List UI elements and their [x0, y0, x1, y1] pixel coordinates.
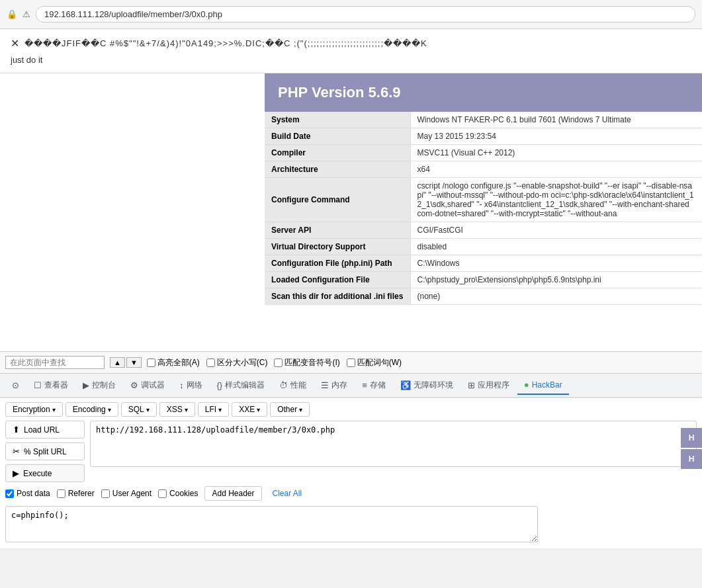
lfi-label: LFI — [205, 405, 216, 414]
post-data-option[interactable]: Post data — [5, 489, 50, 498]
url-text: 192.168.111.128/uploadfile/member/3/0x0.… — [44, 9, 222, 19]
load-url-icon: ⬆ — [13, 425, 20, 435]
security-icon: 🔒 — [7, 9, 17, 19]
devtools-tab-inspector[interactable]: ☐ 查看器 — [27, 376, 75, 395]
devtools-tab-console[interactable]: ▶ 控制台 — [76, 376, 122, 395]
encryption-menu[interactable]: Encryption ▾ — [5, 402, 63, 417]
close-icon[interactable]: ✕ — [11, 37, 19, 50]
cookies-label: Cookies — [169, 489, 198, 498]
page-content-header: ✕ ����JFIF��C #%$""!&+7/&)4)!"0A149;>>>%… — [0, 29, 702, 73]
lfi-arrow-icon: ▾ — [218, 406, 222, 413]
hackbar-dot-icon: ● — [524, 380, 529, 390]
hackbar-menu-row: Encryption ▾ Encoding ▾ SQL ▾ XSS ▾ LFI … — [5, 402, 697, 417]
lfi-menu[interactable]: LFI ▾ — [198, 402, 229, 417]
highlight-all-checkbox[interactable] — [147, 358, 155, 367]
hackbar-body-area — [5, 506, 697, 544]
hackbar-wrapper: Encryption ▾ Encoding ▾ SQL ▾ XSS ▾ LFI … — [0, 398, 702, 548]
user-agent-option[interactable]: User Agent — [101, 489, 152, 498]
performance-icon: ⏱ — [279, 380, 288, 390]
post-data-label: Post data — [17, 489, 50, 498]
encoding-menu[interactable]: Encoding ▾ — [66, 402, 118, 417]
referer-label: Referer — [68, 489, 95, 498]
referer-option[interactable]: Referer — [57, 489, 95, 498]
table-cell-key: Virtual Directory Support — [265, 239, 410, 255]
encoding-arrow-icon: ▾ — [108, 406, 111, 413]
add-header-button[interactable]: Add Header — [204, 486, 261, 501]
find-prev-button[interactable]: ▲ — [110, 357, 125, 368]
devtools-tab-debugger[interactable]: ⚙ 调试器 — [124, 376, 171, 395]
user-agent-label: User Agent — [112, 489, 152, 498]
pointer-icon: ⊙ — [12, 380, 19, 390]
side-h-button-1[interactable]: H — [681, 428, 702, 448]
other-menu[interactable]: Other ▾ — [270, 402, 310, 417]
devtools-tab-style-editor[interactable]: {} 样式编辑器 — [210, 376, 272, 395]
whole-words-option[interactable]: 匹配词句(W) — [347, 357, 402, 368]
split-url-label: % Split URL — [24, 447, 67, 456]
devtools-tab-hackbar[interactable]: ● HackBar — [517, 376, 569, 395]
hackbar-main-row: ⬆ Load URL ✂ % Split URL ▶ Execute — [5, 421, 697, 482]
find-next-button[interactable]: ▼ — [126, 357, 142, 368]
table-row: Configuration File (php.ini) PathC:\Wind… — [265, 255, 702, 272]
case-sensitive-option[interactable]: 区分大小写(C) — [206, 357, 268, 368]
execute-label: Execute — [23, 469, 52, 478]
table-cell-key: System — [265, 112, 410, 128]
match-diacritics-option[interactable]: 匹配变音符号(I) — [274, 357, 339, 368]
case-sensitive-checkbox[interactable] — [206, 358, 215, 367]
table-cell-value: x64 — [410, 161, 702, 178]
accessibility-icon: ♿ — [400, 380, 411, 390]
devtools-tab-network[interactable]: ↕ 网络 — [173, 376, 209, 395]
find-navigation: ▲ ▼ — [110, 357, 142, 368]
page-subtitle: just do it — [11, 52, 691, 67]
table-cell-value: cscript /nologo configure.js "--enable-s… — [410, 178, 702, 222]
table-row: Configure Commandcscript /nologo configu… — [265, 178, 702, 222]
hackbar-url-area — [90, 421, 697, 482]
whole-words-checkbox[interactable] — [347, 358, 355, 367]
table-cell-key: Configuration File (php.ini) Path — [265, 255, 410, 272]
table-row: Server APICGI/FastCGI — [265, 222, 702, 239]
url-bar[interactable]: 192.168.111.128/uploadfile/member/3/0x0.… — [36, 6, 695, 22]
table-cell-key: Architecture — [265, 161, 410, 178]
cookies-option[interactable]: Cookies — [158, 489, 198, 498]
side-buttons: H H — [681, 428, 702, 469]
find-input[interactable] — [5, 356, 105, 369]
table-row: SystemWindows NT FAKER-PC 6.1 build 7601… — [265, 112, 702, 128]
hackbar-url-input[interactable] — [90, 421, 697, 467]
hackbar-action-buttons: ⬆ Load URL ✂ % Split URL ▶ Execute — [5, 421, 85, 482]
appmanager-icon: ⊞ — [468, 380, 475, 390]
user-agent-checkbox[interactable] — [101, 489, 110, 498]
side-h-button-2[interactable]: H — [681, 449, 702, 469]
execute-button[interactable]: ▶ Execute — [5, 464, 85, 482]
table-row: Scan this dir for additional .ini files(… — [265, 288, 702, 305]
clear-all-button[interactable]: Clear All — [269, 487, 306, 500]
network-icon: ↕ — [179, 380, 184, 390]
devtools-tab-memory[interactable]: ☰ 内存 — [314, 376, 354, 395]
table-cell-value: May 13 2015 19:23:54 — [410, 128, 702, 145]
split-url-icon: ✂ — [13, 446, 20, 456]
load-url-button[interactable]: ⬆ Load URL — [5, 421, 85, 439]
highlight-all-option[interactable]: 高亮全部(A) — [147, 357, 200, 368]
devtools-tab-appmanager[interactable]: ⊞ 应用程序 — [461, 376, 516, 395]
split-url-button[interactable]: ✂ % Split URL — [5, 442, 85, 460]
devtools-tab-accessibility[interactable]: ♿ 无障碍环境 — [394, 376, 460, 395]
referer-checkbox[interactable] — [57, 489, 66, 498]
xxe-label: XXE — [239, 405, 255, 414]
table-cell-key: Configure Command — [265, 178, 410, 222]
table-cell-value: C:\phpstudy_pro\Extensions\php\php5.6.9n… — [410, 272, 702, 288]
devtools-tab-storage[interactable]: ≡ 存储 — [355, 376, 392, 395]
devtools-tab-pointer[interactable]: ⊙ — [5, 376, 26, 394]
load-url-label: Load URL — [24, 425, 60, 435]
sql-menu[interactable]: SQL ▾ — [121, 402, 157, 417]
php-info-table: SystemWindows NT FAKER-PC 6.1 build 7601… — [265, 112, 702, 305]
post-data-checkbox[interactable] — [5, 489, 14, 498]
sql-label: SQL — [128, 405, 144, 414]
hackbar-body-input[interactable] — [5, 506, 538, 542]
xxe-menu[interactable]: XXE ▾ — [232, 402, 267, 417]
find-bar: ▲ ▼ 高亮全部(A) 区分大小写(C) 匹配变音符号(I) 匹配词句(W) — [0, 351, 702, 374]
devtools-tab-performance[interactable]: ⏱ 性能 — [273, 376, 313, 395]
xss-menu[interactable]: XSS ▾ — [159, 402, 195, 417]
table-cell-value: C:\Windows — [410, 255, 702, 272]
console-icon: ▶ — [83, 380, 89, 390]
table-cell-value: MSVC11 (Visual C++ 2012) — [410, 145, 702, 161]
match-diacritics-checkbox[interactable] — [274, 358, 283, 367]
cookies-checkbox[interactable] — [158, 489, 167, 498]
